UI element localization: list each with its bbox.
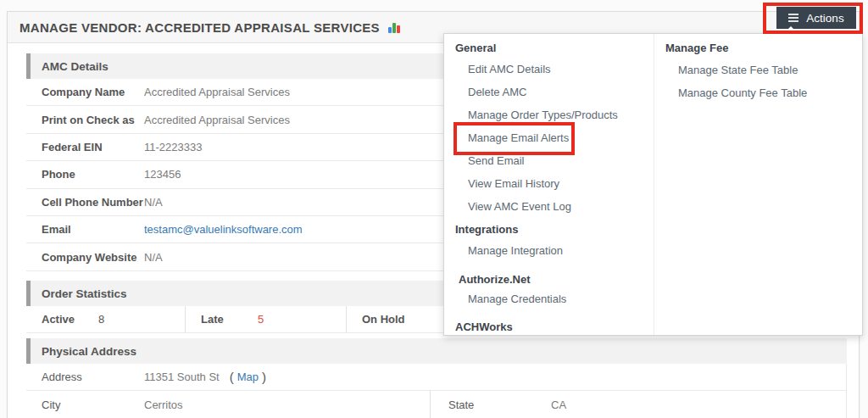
field-label: Print on Check as [26, 114, 144, 126]
dropdown-left-column: General Edit AMC Details Delete AMC Mana… [444, 34, 654, 335]
order-statistics-title: Order Statistics [42, 287, 127, 300]
physical-address-title: Physical Address [42, 345, 136, 358]
physical-address-rows: Address 11351 South St ( Map ) City Cerr… [26, 364, 847, 418]
field-label: Federal EIN [26, 141, 144, 153]
paren-open: ( [230, 370, 234, 384]
actions-button-label: Actions [806, 12, 843, 25]
physical-address-section: Physical Address Address 11351 South St … [26, 338, 847, 418]
city-cell: City Cerritos [26, 391, 431, 417]
menu-group-header-integrations: Integrations [444, 219, 654, 240]
stat-label: On Hold [347, 313, 419, 326]
field-label: Company Website [26, 251, 144, 264]
menu-group-header-manage-fee: Manage Fee [654, 34, 862, 59]
menu-group-header-achworks: ACHWorks [444, 309, 654, 337]
page-title: MANAGE VENDOR: ACCREDITED APPRAISAL SERV… [19, 20, 380, 35]
email-link[interactable]: testamc@valuelinksoftware.com [144, 223, 303, 236]
field-label: City [26, 398, 144, 411]
menu-item-manage-county-fee-table[interactable]: Manage County Fee Table [654, 82, 862, 105]
detail-row-city-state: City Cerritos State CA [26, 391, 846, 418]
menu-item-manage-state-fee-table[interactable]: Manage State Fee Table [654, 59, 862, 82]
menu-item-edit-amc-details[interactable]: Edit AMC Details [444, 59, 654, 81]
detail-row-address: Address 11351 South St ( Map ) [26, 364, 846, 391]
city-value: Cerritos [144, 398, 183, 411]
field-label: State [431, 398, 551, 411]
field-label: Address [26, 371, 144, 383]
field-value: 11-2223333 [144, 141, 202, 153]
map-link-group: ( Map ) [230, 370, 266, 384]
paren-close: ) [262, 370, 266, 384]
stat-label: Late [186, 313, 258, 326]
page: MANAGE VENDOR: ACCREDITED APPRAISAL SERV… [0, 0, 868, 418]
dropdown-caret [783, 26, 798, 34]
amc-details-title: AMC Details [42, 60, 108, 73]
menu-item-view-email-history[interactable]: View Email History [444, 173, 654, 196]
state-cell: State CA [431, 398, 846, 411]
stat-cell-active: Active 8 [26, 306, 186, 332]
bar-chart-icon[interactable] [388, 22, 400, 33]
menu-item-delete-amc[interactable]: Delete AMC [444, 81, 654, 104]
dropdown-right-column: Manage Fee Manage State Fee Table Manage… [654, 34, 862, 335]
chart-bar-red [397, 25, 400, 33]
physical-address-section-header: Physical Address [26, 338, 847, 364]
stat-cell-late: Late 5 [186, 306, 347, 332]
menu-icon [788, 14, 798, 22]
stat-label: Active [26, 313, 98, 326]
address-value: 11351 South St [144, 371, 220, 383]
chart-bar-blue [388, 27, 392, 33]
state-value: CA [551, 398, 566, 411]
field-value: 123456 [144, 168, 181, 181]
field-value: Accredited Appraisal Services [144, 114, 290, 126]
menu-group-header-general: General [444, 34, 654, 59]
actions-dropdown-menu: General Edit AMC Details Delete AMC Mana… [443, 33, 863, 336]
field-value: N/A [144, 251, 163, 264]
menu-item-manage-credentials[interactable]: Manage Credentials [444, 290, 654, 309]
menu-group-header-authorize-net: Authorize.Net [444, 263, 654, 290]
map-link[interactable]: Map [237, 371, 259, 383]
field-label: Company Name [26, 86, 144, 98]
field-label: Cell Phone Number [26, 196, 144, 209]
menu-item-manage-integration[interactable]: Manage Integration [444, 240, 654, 263]
stat-value-late: 5 [258, 313, 264, 326]
chart-bar-green [392, 23, 396, 33]
stat-value-active: 8 [98, 313, 104, 326]
menu-item-manage-email-alerts[interactable]: Manage Email Alerts [444, 127, 654, 150]
menu-item-send-email[interactable]: Send Email [444, 150, 654, 173]
field-value: N/A [144, 196, 163, 209]
field-label: Email [26, 223, 144, 236]
field-label: Phone [26, 168, 144, 181]
field-value: Accredited Appraisal Services [144, 86, 290, 98]
menu-item-manage-order-types-products[interactable]: Manage Order Types/Products [444, 104, 654, 127]
menu-item-view-amc-event-log[interactable]: View AMC Event Log [444, 196, 654, 219]
